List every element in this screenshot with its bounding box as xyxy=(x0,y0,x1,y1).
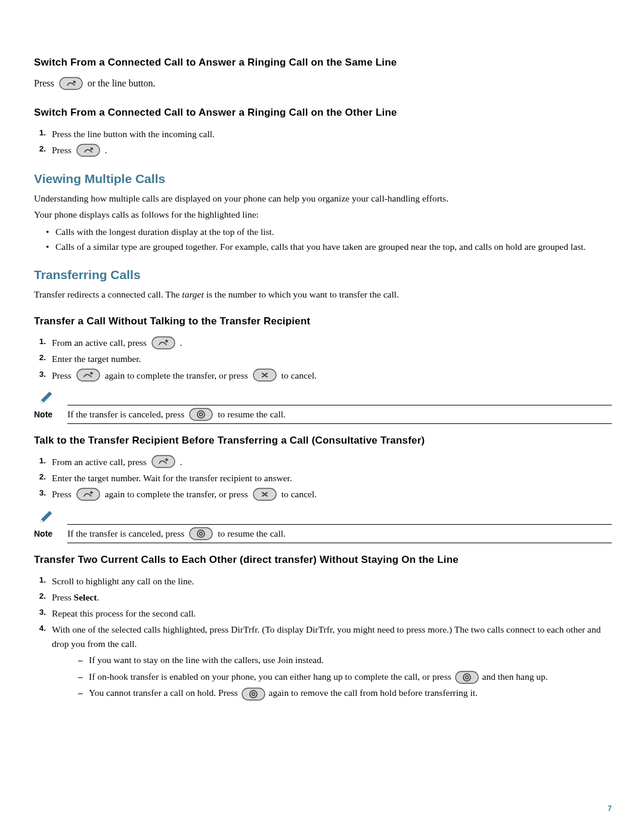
step-3: 3. Repeat this process for the second ca… xyxy=(34,606,612,620)
step-4: 4. With one of the selected calls highli… xyxy=(34,623,612,703)
page-number: 7 xyxy=(608,804,612,813)
step-1: 1. From an active call, press . xyxy=(34,336,612,349)
instruction-line: Press or the line button. xyxy=(34,77,612,90)
transfer-icon xyxy=(151,455,175,468)
text: again to remove the call from hold befor… xyxy=(269,688,478,698)
step-1: 1. Press the line button with the incomi… xyxy=(34,127,612,141)
step-number: 3. xyxy=(34,606,46,617)
transfer-icon xyxy=(76,488,100,501)
list-item: If you want to stay on the line with the… xyxy=(76,653,612,668)
text: If the transfer is canceled, press xyxy=(67,528,184,539)
text: From an active call, press xyxy=(52,336,147,349)
step-2: 2. Press Select. xyxy=(34,590,612,604)
text: If on-hook transfer is enabled on your p… xyxy=(89,671,451,682)
text: to cancel. xyxy=(281,487,317,501)
text: . xyxy=(180,336,182,349)
step-text: Enter the target number. xyxy=(52,352,612,366)
step-1: 1. Scroll to highlight any call on the l… xyxy=(34,574,612,588)
step-number: 3. xyxy=(34,368,46,379)
text: again to complete the transfer, or press xyxy=(105,487,248,501)
emphasis: Select xyxy=(74,592,97,602)
paragraph: Transfer redirects a connected call. The… xyxy=(34,288,612,301)
bullet-list: Calls with the longest duration display … xyxy=(44,225,612,254)
step-text: With one of the selected calls highlight… xyxy=(52,624,600,648)
step-number: 3. xyxy=(34,487,46,497)
text: to cancel. xyxy=(281,368,317,382)
step-number: 1. xyxy=(34,574,46,584)
text: Press xyxy=(52,592,74,602)
note-block: Note If the transfer is canceled, press … xyxy=(34,507,612,543)
step-text: Scroll to highlight any call on the line… xyxy=(52,574,612,588)
hold-icon xyxy=(189,408,213,421)
transfer-icon xyxy=(76,368,100,382)
text: . xyxy=(105,143,107,157)
text: . xyxy=(97,592,99,602)
list-item: You cannot transfer a call on hold. Pres… xyxy=(76,686,612,701)
step-text: Repeat this process for the second call. xyxy=(52,606,612,620)
emphasis: target xyxy=(182,289,203,299)
text: . xyxy=(180,455,182,469)
text: If the transfer is canceled, press xyxy=(67,409,184,420)
cancel-icon xyxy=(253,488,277,501)
note-block: Note If the transfer is canceled, press … xyxy=(34,388,612,424)
list-item: Calls with the longest duration display … xyxy=(44,225,612,239)
paragraph: Understanding how multiple calls are dis… xyxy=(34,192,612,205)
cancel-icon xyxy=(253,368,277,382)
paragraph: Your phone displays calls as follows for… xyxy=(34,208,612,221)
heading-transfer-without-talking: Transfer a Call Without Talking to the T… xyxy=(34,315,612,327)
answer-icon xyxy=(59,77,83,90)
text: From an active call, press xyxy=(52,455,147,469)
heading-consultative-transfer: Talk to the Transfer Recipient Before Tr… xyxy=(34,435,612,447)
step-3: 3. Press again to complete the transfer,… xyxy=(34,368,612,382)
text: or the line button. xyxy=(88,78,156,89)
step-2: 2. Enter the target number. Wait for the… xyxy=(34,471,612,485)
step-1: 1. From an active call, press . xyxy=(34,455,612,469)
transfer-icon xyxy=(151,336,175,349)
answer-icon xyxy=(76,144,100,157)
steps-list: 1. From an active call, press . 2. Enter… xyxy=(34,455,612,501)
step-text: Press the line button with the incoming … xyxy=(52,127,612,141)
step-number: 2. xyxy=(34,143,46,153)
hold-icon xyxy=(189,527,213,540)
step-2: 2. Enter the target number. xyxy=(34,352,612,366)
pencil-note-icon xyxy=(39,507,54,524)
step-number: 2. xyxy=(34,471,46,481)
list-item: Calls of a similar type are grouped toge… xyxy=(44,240,612,253)
note-label: Note xyxy=(34,410,64,419)
text: to resume the call. xyxy=(218,528,286,539)
step-text: Enter the target number. Wait for the tr… xyxy=(52,471,612,485)
text: Press xyxy=(52,487,72,501)
step-number: 1. xyxy=(34,127,46,137)
document-page: Switch From a Connected Call to Answer a… xyxy=(0,0,644,833)
step-3: 3. Press again to complete the transfer,… xyxy=(34,487,612,501)
heading-switch-same-line: Switch From a Connected Call to Answer a… xyxy=(34,57,612,69)
note-label: Note xyxy=(34,529,64,538)
step-number: 4. xyxy=(34,623,46,633)
text: is the number to which you want to trans… xyxy=(204,289,399,299)
heading-transferring-calls: Transferring Calls xyxy=(34,268,612,282)
hold-icon xyxy=(242,688,265,701)
text: Press xyxy=(34,78,54,89)
text: and then hang up. xyxy=(482,671,548,682)
hold-icon xyxy=(455,671,479,684)
text: Press xyxy=(52,143,72,157)
step-number: 2. xyxy=(34,352,46,362)
pencil-note-icon xyxy=(39,388,54,405)
steps-list: 1. Press the line button with the incomi… xyxy=(34,127,612,157)
steps-list: 1. From an active call, press . 2. Enter… xyxy=(34,336,612,382)
list-item: If on-hook transfer is enabled on your p… xyxy=(76,670,612,685)
text: Transfer redirects a connected call. The xyxy=(34,289,182,299)
dash-list: If you want to stay on the line with the… xyxy=(76,653,612,701)
heading-viewing-multiple-calls: Viewing Multiple Calls xyxy=(34,172,612,186)
text: You cannot transfer a call on hold. Pres… xyxy=(89,688,238,698)
text: again to complete the transfer, or press xyxy=(105,368,248,382)
text: to resume the call. xyxy=(218,409,286,420)
steps-list: 1. Scroll to highlight any call on the l… xyxy=(34,574,612,704)
text: Press xyxy=(52,368,72,382)
step-number: 2. xyxy=(34,590,46,600)
step-2: 2. Press . xyxy=(34,143,612,157)
heading-switch-other-line: Switch From a Connected Call to Answer a… xyxy=(34,107,612,119)
heading-direct-transfer: Transfer Two Current Calls to Each Other… xyxy=(34,554,612,566)
step-number: 1. xyxy=(34,455,46,465)
step-number: 1. xyxy=(34,336,46,346)
